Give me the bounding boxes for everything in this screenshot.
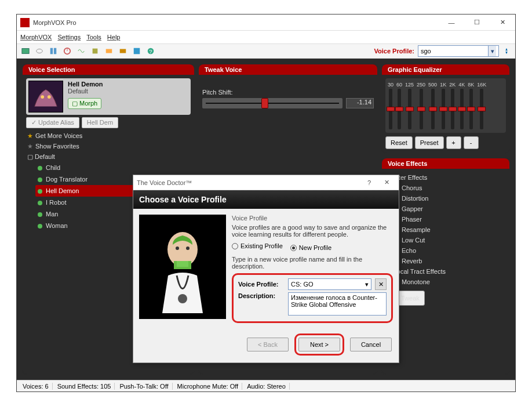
main-window: MorphVOX Pro — ☐ ✕ MorphVOX Settings Too… [16, 14, 516, 392]
dialog-help-button[interactable]: ? [360, 179, 378, 186]
effect-echo[interactable]: Echo [393, 245, 506, 256]
effect-chorus[interactable]: Chorus [393, 183, 506, 193]
toolbar-btn-4[interactable] [61, 45, 74, 57]
menu-morphvox[interactable]: MorphVOX [20, 34, 52, 41]
eq-band-16k[interactable] [480, 89, 483, 129]
eq-minus-button[interactable]: - [464, 136, 479, 149]
vp-label: Voice Profile: [238, 281, 285, 288]
current-voice-header: Hell Demon Default ▢ Morph [26, 78, 191, 115]
description-input[interactable]: Изменение голоса в Counter-Strike Global… [288, 292, 387, 316]
form-highlight: Voice Profile: CS: GO▾ ✕ Description: Из… [232, 273, 393, 323]
update-alias-button[interactable]: ✓ Update Alias [26, 117, 79, 128]
eq-band-30[interactable] [389, 89, 392, 129]
voice-doctor-dialog: The Voice Doctor™ ? ✕ Choose a Voice Pro… [133, 175, 399, 363]
morph-button[interactable]: ▢ Morph [68, 98, 101, 109]
vocal-tract-group[interactable]: ▣ Vocal Tract Effects [385, 266, 506, 277]
eq-preset-button[interactable]: Preset [415, 136, 444, 149]
dialog-close-button[interactable]: ✕ [378, 179, 395, 186]
effect-phaser[interactable]: Phaser [393, 214, 506, 224]
client-area: Voice Selection Hell Demon Default ▢ Mor… [17, 59, 515, 380]
voice-profile-tool-icon[interactable] [500, 45, 513, 57]
toolbar-btn-2[interactable] [33, 45, 46, 57]
effect-resample[interactable]: Resample [393, 224, 506, 235]
svg-rect-17 [177, 261, 188, 267]
eq-band-250[interactable] [420, 89, 423, 129]
voice-profile-label: Voice Profile: [374, 48, 414, 55]
effect-reverb[interactable]: Reverb [393, 256, 506, 266]
effect-gapper[interactable]: Gapper [393, 204, 506, 214]
effect-monotone[interactable]: Monotone [393, 277, 506, 287]
voice-profile-combo[interactable]: sgo ▾ [418, 45, 499, 57]
new-profile-radio[interactable]: New Profile [290, 244, 331, 251]
clear-profile-button[interactable]: ✕ [375, 278, 387, 290]
menu-help[interactable]: Help [107, 34, 121, 41]
desc-label: Description: [238, 292, 285, 299]
voice-profile-value: sgo [421, 48, 431, 55]
equalizer-panel: Graphic Equalizer 30 60 125 250 500 1K 2… [381, 63, 511, 154]
toolbar-btn-7[interactable] [103, 45, 115, 57]
eq-band-2k[interactable] [451, 89, 454, 129]
svg-point-19 [186, 246, 190, 250]
toolbar-btn-5[interactable] [75, 45, 88, 57]
voice-effects-panel: Voice Effects ▣ After Effects Chorus Dis… [381, 157, 511, 375]
eq-band-125[interactable] [408, 89, 411, 129]
svg-rect-2 [50, 48, 53, 55]
svg-point-12 [41, 95, 44, 99]
toolbar-btn-3[interactable] [47, 45, 60, 57]
toolbar-btn-1[interactable] [19, 45, 32, 57]
effect-lowcut[interactable]: Low Cut [393, 235, 506, 245]
vp-blurb: Voice profiles are a good way to save an… [232, 224, 393, 238]
svg-text:?: ? [149, 48, 152, 55]
eq-band-1k[interactable] [442, 89, 445, 129]
svg-rect-8 [134, 48, 140, 55]
menu-tools[interactable]: Tools [86, 34, 101, 41]
pitch-label: Pitch Shift: [202, 89, 374, 96]
svg-point-13 [48, 95, 51, 99]
show-favorites[interactable]: ★Show Favorites [27, 141, 190, 151]
status-ptt: Push-To-Talk: Off [116, 383, 172, 390]
effect-distortion[interactable]: Distortion [393, 193, 506, 204]
eq-bands: 30 60 125 250 500 1K 2K 4K 8K 16K [385, 78, 506, 133]
pitch-value[interactable]: -1.14 [346, 98, 374, 108]
pitch-slider[interactable] [202, 98, 342, 108]
voice-profile-input[interactable]: CS: GO▾ [288, 278, 371, 290]
default-group[interactable]: ▢ Default [27, 151, 190, 162]
eq-band-4k[interactable] [460, 89, 464, 129]
dialog-heading: Choose a Voice Profile [133, 190, 399, 209]
toolbar-btn-6[interactable] [89, 45, 101, 57]
menu-settings[interactable]: Settings [57, 34, 81, 41]
eq-reset-button[interactable]: Reset [385, 136, 413, 149]
next-button[interactable]: Next > [298, 338, 340, 351]
voice-avatar [28, 81, 63, 113]
voice-item-child[interactable]: Child [35, 162, 190, 173]
eq-plus-button[interactable]: + [446, 136, 461, 149]
svg-point-18 [176, 246, 179, 250]
eq-band-60[interactable] [398, 89, 401, 129]
toolbar-btn-9[interactable] [130, 45, 143, 57]
toolbar-btn-8[interactable] [116, 45, 129, 57]
voice-selection-title: Voice Selection [23, 64, 194, 75]
alias-field[interactable]: Hell Dem [82, 117, 118, 128]
svg-rect-3 [54, 48, 56, 55]
eq-band-500[interactable] [431, 89, 435, 129]
dialog-title: The Voice Doctor™ [137, 179, 360, 186]
svg-rect-5 [93, 49, 98, 54]
after-effects-group[interactable]: ▣ After Effects [385, 172, 506, 183]
svg-rect-0 [22, 49, 29, 54]
voice-effects-title: Voice Effects [382, 158, 509, 169]
tweak-voice-title: Tweak Voice [199, 64, 377, 75]
minimize-button[interactable]: — [439, 14, 464, 31]
cancel-button[interactable]: Cancel [350, 338, 392, 351]
svg-point-20 [178, 294, 187, 303]
close-button[interactable]: ✕ [490, 14, 515, 31]
maximize-button[interactable]: ☐ [464, 14, 490, 31]
vp-instruction: Type in a new voice profile name and fil… [232, 256, 393, 270]
existing-profile-radio[interactable]: Existing Profile [232, 242, 283, 249]
chevron-down-icon: ▾ [488, 46, 496, 56]
get-more-voices[interactable]: ★Get More Voices [27, 130, 190, 141]
svg-rect-7 [120, 49, 126, 53]
status-mic: Microphone Mute: Off [174, 383, 243, 390]
eq-band-8k[interactable] [469, 89, 473, 129]
toolbar-btn-help[interactable]: ? [144, 45, 157, 57]
back-button: < Back [247, 338, 289, 351]
